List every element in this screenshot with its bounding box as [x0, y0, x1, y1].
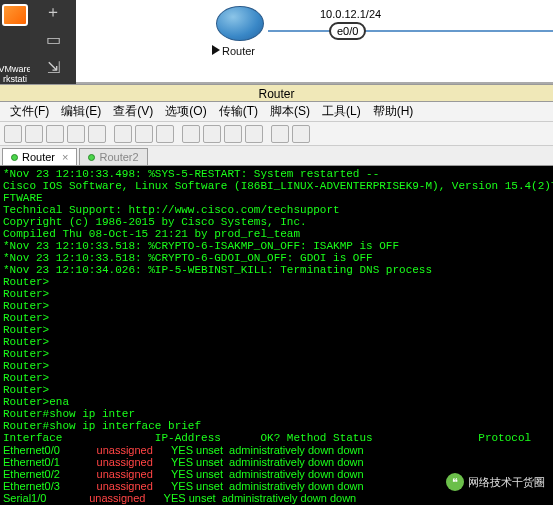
tb-btn-10[interactable]: [203, 125, 221, 143]
menu-edit[interactable]: 编辑(E): [57, 101, 105, 122]
topology-toolbar: ＋ ▭ ⇲: [30, 0, 76, 84]
watermark: ❝ 网络技术干货圈: [446, 473, 545, 491]
menu-file[interactable]: 文件(F): [6, 101, 53, 122]
vmware-label: VMware rkstati: [0, 64, 32, 84]
tb-btn-13[interactable]: [271, 125, 289, 143]
tb-btn-3[interactable]: [46, 125, 64, 143]
toolbar-separator: [177, 125, 179, 143]
expand-icon[interactable]: ⇲: [43, 58, 63, 78]
toolbar: [0, 122, 553, 146]
toolbar-separator: [266, 125, 268, 143]
menu-options[interactable]: 选项(O): [161, 101, 210, 122]
ip-label: 10.0.12.1/24: [320, 8, 381, 20]
add-node-icon[interactable]: ＋: [43, 2, 63, 22]
menu-script[interactable]: 脚本(S): [266, 101, 314, 122]
status-led-icon: [88, 154, 95, 161]
window-title: Router: [0, 84, 553, 102]
tb-btn-14[interactable]: [292, 125, 310, 143]
wechat-icon: ❝: [446, 473, 464, 491]
topology-canvas[interactable]: VMware rkstati ＋ ▭ ⇲ Router 10.0.12.1/24…: [0, 0, 553, 84]
tab-router2[interactable]: Router2: [79, 148, 147, 165]
tb-btn-4[interactable]: [67, 125, 85, 143]
menu-help[interactable]: 帮助(H): [369, 101, 418, 122]
network-link: [268, 30, 553, 32]
play-icon: [212, 45, 220, 55]
close-icon[interactable]: ×: [62, 151, 68, 163]
interface-badge: e0/0: [329, 22, 366, 40]
session-tabs: Router× Router2: [0, 146, 553, 166]
terminal-output[interactable]: *Nov 23 12:10:33.498: %SYS-5-RESTART: Sy…: [0, 166, 553, 505]
router-node-label: Router: [212, 44, 255, 58]
vmware-sidebar: VMware rkstati: [0, 0, 30, 84]
tb-btn-9[interactable]: [182, 125, 200, 143]
tb-btn-8[interactable]: [156, 125, 174, 143]
tb-btn-2[interactable]: [25, 125, 43, 143]
toolbar-separator: [109, 125, 111, 143]
menu-view[interactable]: 查看(V): [109, 101, 157, 122]
status-led-icon: [11, 154, 18, 161]
tab-label: Router2: [99, 151, 138, 163]
tab-router[interactable]: Router×: [2, 148, 77, 165]
menu-bar: 文件(F) 编辑(E) 查看(V) 选项(O) 传输(T) 脚本(S) 工具(L…: [0, 102, 553, 122]
vmware-logo-icon: [2, 4, 28, 26]
tab-label: Router: [22, 151, 55, 163]
router-node-icon[interactable]: [216, 6, 264, 41]
menu-tools[interactable]: 工具(L): [318, 101, 365, 122]
menu-transfer[interactable]: 传输(T): [215, 101, 262, 122]
watermark-text: 网络技术干货圈: [468, 475, 545, 490]
tb-btn-11[interactable]: [224, 125, 242, 143]
tb-btn-12[interactable]: [245, 125, 263, 143]
console-icon[interactable]: ▭: [43, 30, 63, 50]
tb-btn-6[interactable]: [114, 125, 132, 143]
tb-btn-5[interactable]: [88, 125, 106, 143]
tb-btn-1[interactable]: [4, 125, 22, 143]
tb-btn-7[interactable]: [135, 125, 153, 143]
